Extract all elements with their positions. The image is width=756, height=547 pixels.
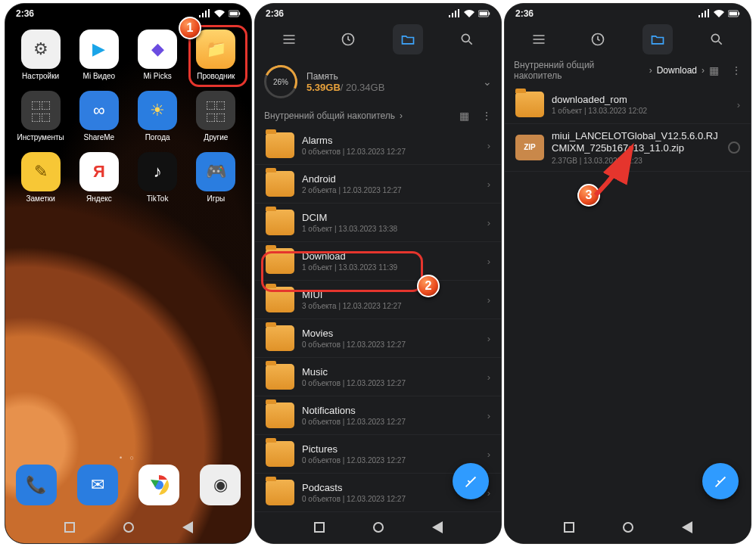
app-tools-folder[interactable]: ⬚⬚⬚⬚ Инструменты	[14, 91, 67, 141]
status-time: 2:36	[266, 8, 284, 19]
svg-rect-1	[239, 12, 241, 14]
folder-name: Pictures	[302, 443, 480, 455]
app-shareme[interactable]: ∞ ShareMe	[73, 91, 125, 141]
file-row[interactable]: downloaded_rom1 объект | 13.03.2023 12:0…	[505, 85, 751, 124]
svg-rect-11	[739, 12, 740, 14]
folder-row-movies[interactable]: Movies0 объектов | 12.03.2023 12:27›	[255, 319, 501, 358]
dock-camera[interactable]: ◉	[200, 465, 241, 505]
svg-rect-2	[230, 12, 238, 16]
breadcrumb-root: Внутренний общий накопитель	[264, 110, 395, 121]
dock-messages[interactable]: ✉	[77, 465, 118, 505]
breadcrumb-current: Download	[657, 65, 697, 76]
app-file-manager[interactable]: 📁 Проводник	[190, 30, 242, 80]
folder-icon	[266, 132, 294, 158]
folder-meta: 2 объекта | 12.03.2023 12:27	[302, 186, 480, 194]
android-navbar	[505, 511, 751, 543]
app-mi-picks[interactable]: ◆ Mi Picks	[132, 30, 184, 80]
folder-row-android[interactable]: Android2 объекта | 12.03.2023 12:27›	[255, 165, 501, 204]
breadcrumb[interactable]: Внутренний общий накопитель › Download ›…	[505, 57, 751, 85]
more-icon[interactable]: ⋮	[481, 110, 492, 122]
more-icon[interactable]: ⋮	[731, 64, 742, 76]
nav-recents[interactable]	[562, 521, 576, 534]
folder-name: Alarms	[302, 135, 480, 146]
nav-back[interactable]	[431, 521, 444, 534]
nav-back[interactable]	[181, 521, 194, 534]
recent-icon[interactable]	[333, 24, 363, 54]
chevron-right-icon: ›	[487, 294, 490, 306]
grid-view-icon[interactable]: ▦	[459, 110, 469, 122]
hamburger-icon[interactable]	[524, 24, 554, 54]
folder-meta: 1 объект | 13.03.2023 11:39	[302, 263, 480, 272]
signal-icon	[448, 9, 460, 18]
folder-name: MIUI	[302, 289, 480, 300]
breadcrumb-root[interactable]: Внутренний общий накопитель	[514, 60, 645, 81]
recent-icon[interactable]	[583, 24, 613, 54]
app-notes[interactable]: ✎ Заметки	[14, 152, 67, 203]
chevron-right-icon: ›	[487, 333, 490, 344]
app-settings[interactable]: ⚙ Настройки	[14, 30, 67, 80]
wifi-icon	[713, 9, 725, 18]
folder-icon	[266, 441, 294, 467]
storage-label: Память	[306, 71, 384, 82]
folder-row-download[interactable]: Download1 объект | 13.03.2023 11:39›	[255, 242, 501, 281]
app-weather[interactable]: ☀ Погода	[132, 91, 184, 141]
search-icon[interactable]	[702, 24, 732, 54]
chevron-right-icon: ›	[487, 179, 490, 190]
app-games[interactable]: 🎮 Игры	[190, 152, 242, 203]
folder-name: Music	[302, 366, 480, 378]
nav-recents[interactable]	[313, 521, 326, 534]
grid-view-icon[interactable]: ▦	[709, 64, 719, 76]
folder-icon	[266, 248, 294, 274]
search-icon[interactable]	[452, 24, 482, 54]
folder-icon	[266, 325, 294, 351]
dock-phone[interactable]: 📞	[16, 465, 57, 505]
folder-tab-icon[interactable]	[393, 24, 423, 54]
app-yandex[interactable]: Я Яндекс	[73, 152, 125, 203]
folder-icon	[266, 402, 294, 428]
status-time: 2:36	[16, 8, 34, 19]
app-label: ShareMe	[73, 133, 125, 141]
folder-row-notifications[interactable]: Notifications0 объектов | 12.03.2023 12:…	[255, 396, 501, 435]
folder-row-alarms[interactable]: Alarms0 объектов | 12.03.2023 12:27›	[255, 126, 501, 165]
folder-icon	[266, 287, 294, 312]
select-radio[interactable]	[728, 141, 740, 154]
folder-name: Android	[302, 173, 480, 185]
app-label: Mi Picks	[132, 72, 184, 80]
folder-meta: 0 объектов | 12.03.2023 12:27	[302, 340, 480, 349]
nav-back[interactable]	[680, 521, 694, 534]
folder-name: Movies	[302, 328, 480, 339]
nav-recents[interactable]	[63, 521, 76, 534]
app-tiktok[interactable]: ♪ TikTok	[132, 152, 184, 203]
folder-meta: 0 объектов | 12.03.2023 12:27	[302, 456, 480, 465]
storage-used: 5.39GB	[306, 82, 341, 93]
nav-home[interactable]	[621, 521, 635, 534]
clean-fab[interactable]	[453, 463, 489, 499]
chevron-down-icon: ⌄	[483, 76, 492, 88]
app-label: Игры	[190, 194, 242, 203]
chevron-right-icon: ›	[487, 371, 490, 383]
callout-3-arrow	[580, 142, 649, 206]
nav-home[interactable]	[372, 521, 385, 534]
chevron-right-icon: ›	[737, 99, 740, 110]
folder-name: Notifications	[302, 405, 480, 416]
folder-row-miui[interactable]: MIUI3 объекта | 12.03.2023 12:27›	[255, 281, 501, 319]
svg-rect-6	[489, 12, 490, 14]
breadcrumb[interactable]: Внутренний общий накопитель › ▦ ⋮	[255, 107, 501, 126]
clean-fab[interactable]	[702, 463, 739, 499]
folder-row-music[interactable]: Music0 объектов | 12.03.2023 12:27›	[255, 358, 501, 396]
app-more-folder[interactable]: ⬚⬚⬚⬚ Другие	[190, 91, 242, 141]
folder-row-dcim[interactable]: DCIM1 объект | 13.03.2023 13:38›	[255, 204, 501, 242]
dock-chrome[interactable]	[138, 465, 179, 505]
folder-tab-icon[interactable]	[642, 24, 673, 54]
app-mi-video[interactable]: ▶ Mi Видео	[73, 30, 125, 80]
wifi-icon	[213, 9, 226, 18]
phone-2-filemanager-root: 2:36 26% Память 5.39GB/ 20.34GB ⌄ Внутре…	[254, 3, 502, 544]
svg-rect-12	[730, 12, 737, 16]
home-app-grid: ⚙ Настройки ▶ Mi Видео ◆ Mi Picks 📁 Пров…	[5, 22, 251, 203]
storage-card[interactable]: 26% Память 5.39GB/ 20.34GB ⌄	[264, 61, 492, 102]
chevron-right-icon: ›	[487, 140, 490, 151]
hamburger-icon[interactable]	[274, 24, 304, 54]
android-navbar	[5, 511, 251, 543]
nav-home[interactable]	[122, 521, 135, 534]
fm-screen: 2:36 26% Память 5.39GB/ 20.34GB ⌄ Внутре…	[255, 4, 501, 543]
